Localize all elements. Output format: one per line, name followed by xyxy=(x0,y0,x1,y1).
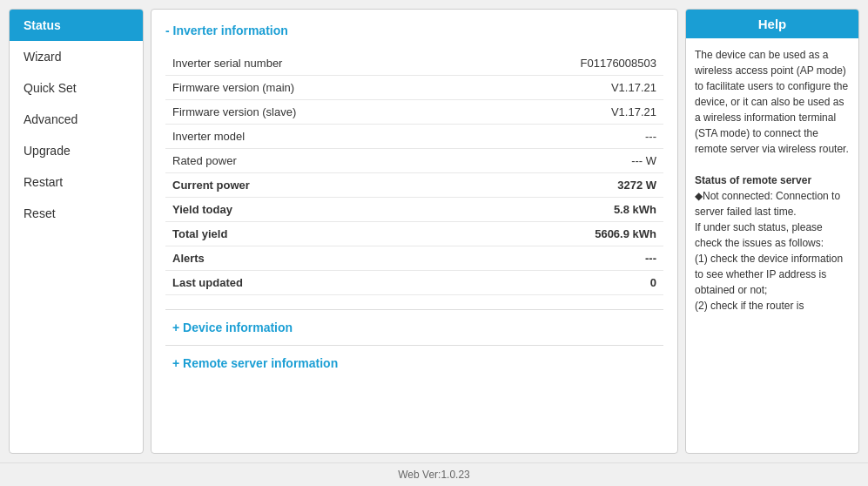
inverter-section-header: - Inverter information xyxy=(165,24,663,41)
help-panel: Help The device can be used as a wireles… xyxy=(685,9,859,454)
row-value: V1.17.21 xyxy=(464,76,663,100)
row-label: Inverter serial number xyxy=(165,51,464,76)
device-section-toggle[interactable]: + Device information xyxy=(165,309,663,345)
status-content: ◆Not connected: Connection to server fai… xyxy=(695,188,850,314)
row-label: Total yield xyxy=(165,222,464,246)
sidebar-item-advanced[interactable]: Advanced xyxy=(10,104,143,135)
table-row: Last updated0 xyxy=(165,271,663,295)
row-label: Alerts xyxy=(165,246,464,271)
help-content[interactable]: The device can be used as a wireless acc… xyxy=(686,38,858,453)
main-content: - Inverter information Inverter serial n… xyxy=(151,9,678,454)
row-value: --- xyxy=(464,125,663,149)
version-label: Web Ver:1.0.23 xyxy=(398,469,470,481)
row-label: Rated power xyxy=(165,149,464,173)
table-row: Rated power--- W xyxy=(165,149,663,173)
table-row: Firmware version (main)V1.17.21 xyxy=(165,76,663,100)
help-title: Help xyxy=(686,10,858,38)
table-row: Inverter model--- xyxy=(165,125,663,149)
table-row: Alerts--- xyxy=(165,246,663,271)
table-row: Inverter serial numberF01176008503 xyxy=(165,51,663,76)
row-value: 3272 W xyxy=(464,173,663,198)
sidebar-item-reset[interactable]: Reset xyxy=(10,198,143,229)
row-value: 0 xyxy=(464,271,663,295)
table-row: Firmware version (slave)V1.17.21 xyxy=(165,100,663,125)
sidebar-item-status[interactable]: Status xyxy=(10,10,143,41)
footer: Web Ver:1.0.23 xyxy=(0,462,868,486)
sidebar-item-wizard[interactable]: Wizard xyxy=(10,41,143,72)
table-row: Yield today5.8 kWh xyxy=(165,198,663,222)
row-value: F01176008503 xyxy=(464,51,663,76)
table-row: Current power3272 W xyxy=(165,173,663,198)
row-label: Yield today xyxy=(165,198,464,222)
row-label: Current power xyxy=(165,173,464,198)
inverter-info-table: Inverter serial numberF01176008503Firmwa… xyxy=(165,51,663,295)
row-label: Firmware version (slave) xyxy=(165,100,464,125)
row-label: Last updated xyxy=(165,271,464,295)
remote-section-toggle[interactable]: + Remote server information xyxy=(165,345,663,381)
help-description: The device can be used as a wireless acc… xyxy=(695,47,850,157)
row-value: 5606.9 kWh xyxy=(464,222,663,246)
row-value: --- xyxy=(464,246,663,271)
sidebar-item-quickset[interactable]: Quick Set xyxy=(10,72,143,104)
status-title: Status of remote server xyxy=(695,172,850,188)
row-value: --- W xyxy=(464,149,663,173)
row-value: V1.17.21 xyxy=(464,100,663,125)
sidebar: StatusWizardQuick SetAdvancedUpgradeRest… xyxy=(9,9,144,454)
row-value: 5.8 kWh xyxy=(464,198,663,222)
row-label: Inverter model xyxy=(165,125,464,149)
sidebar-item-upgrade[interactable]: Upgrade xyxy=(10,135,143,166)
table-row: Total yield5606.9 kWh xyxy=(165,222,663,246)
row-label: Firmware version (main) xyxy=(165,76,464,100)
sidebar-item-restart[interactable]: Restart xyxy=(10,166,143,198)
